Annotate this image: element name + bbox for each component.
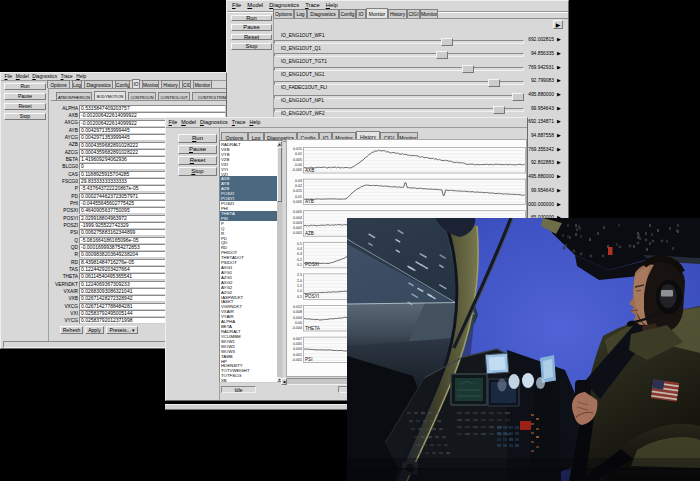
svg-text:0.008: 0.008 — [293, 310, 302, 314]
svg-text:0.00: 0.00 — [295, 321, 302, 325]
svg-text:0.015: 0.015 — [293, 189, 302, 193]
svg-text:THETA: THETA — [305, 326, 321, 331]
svg-text:-0.004: -0.004 — [292, 326, 302, 330]
svg-text:0.005: 0.005 — [293, 200, 302, 204]
svg-text:0.02: 0.02 — [295, 184, 302, 188]
svg-text:0.4: 0.4 — [297, 247, 302, 251]
svg-text:0.00: 0.00 — [295, 163, 302, 167]
svg-text:0.007: 0.007 — [293, 337, 302, 341]
svg-text:0.01: 0.01 — [295, 152, 302, 156]
svg-text:-0.005: -0.005 — [292, 168, 302, 172]
svg-text:0.003: 0.003 — [293, 347, 302, 351]
svg-text:2.0: 2.0 — [297, 279, 302, 283]
svg-text:0.001: 0.001 — [293, 353, 302, 357]
svg-text:0.003: 0.003 — [293, 221, 302, 225]
svg-text:0.002: 0.002 — [293, 226, 302, 230]
svg-text:0.001: 0.001 — [293, 231, 302, 235]
svg-text:0.01: 0.01 — [295, 195, 302, 199]
svg-text:1.5: 1.5 — [297, 284, 302, 288]
svg-text:0.5: 0.5 — [297, 295, 302, 299]
svg-text:PSI: PSI — [305, 357, 312, 362]
svg-text:0.004: 0.004 — [293, 216, 302, 220]
svg-text:0.03: 0.03 — [295, 179, 302, 183]
svg-text:0.1: 0.1 — [297, 263, 302, 267]
svg-text:AZB: AZB — [305, 231, 314, 236]
svg-text:0.5: 0.5 — [297, 242, 302, 246]
svg-text:0.3: 0.3 — [297, 252, 302, 256]
svg-text:0.012: 0.012 — [293, 305, 302, 309]
svg-text:0.005: 0.005 — [293, 158, 302, 162]
svg-text:0.005: 0.005 — [293, 210, 302, 214]
svg-text:0.005: 0.005 — [293, 342, 302, 346]
svg-text:-0.001: -0.001 — [292, 358, 302, 362]
svg-text:POSYI: POSYI — [305, 294, 319, 299]
svg-text:2.5: 2.5 — [297, 273, 302, 277]
svg-text:0.004: 0.004 — [293, 316, 302, 320]
svg-text:1.0: 1.0 — [297, 289, 302, 293]
svg-text:0.015: 0.015 — [293, 147, 302, 151]
svg-text:AYB: AYB — [305, 199, 314, 204]
svg-text:0.2: 0.2 — [297, 258, 302, 262]
